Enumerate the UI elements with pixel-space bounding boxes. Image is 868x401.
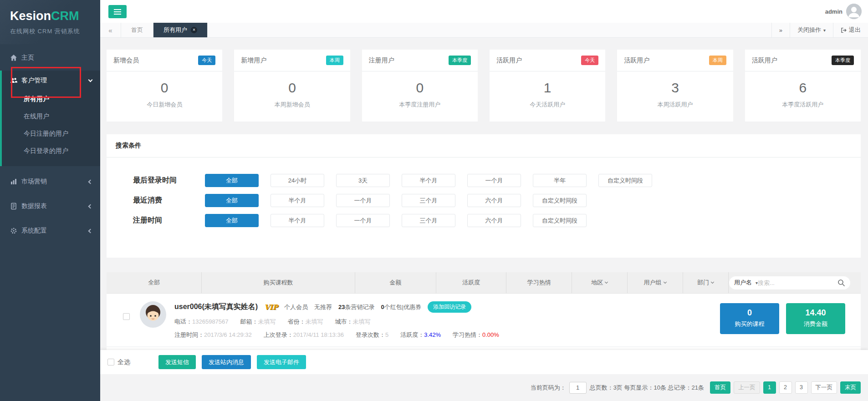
user-info: user006(未填写真实姓名) VIP 个人会员 无推荐 23条营销记录 0个… xyxy=(174,301,499,339)
first-page-button[interactable]: 首页 xyxy=(710,381,730,394)
filter-option-button[interactable]: 全部 xyxy=(205,174,259,187)
user-avatar[interactable] xyxy=(846,4,862,19)
purchased-courses-button[interactable]: 0购买的课程 xyxy=(720,303,779,334)
select-all-label: 全选 xyxy=(117,358,130,366)
stat-card-registered-quarter: 注册用户本季度 0本季度注册用户 xyxy=(362,50,478,122)
marketing-records-link[interactable]: 23条营销记录 xyxy=(338,303,374,311)
column-header-department[interactable]: 部门 xyxy=(683,272,729,293)
filter-option-button[interactable]: 半个月 xyxy=(271,214,324,227)
filter-option-button[interactable]: 六个月 xyxy=(467,194,521,207)
sidebar: KesionCRM 在线网校 CRM 营销系统 主页 客户管理 所有用户 在线用… xyxy=(0,0,100,401)
tabs-scroll-right-button[interactable]: » xyxy=(771,23,790,37)
sidebar-item-home[interactable]: 主页 xyxy=(0,49,100,67)
current-page-label: 当前页码为： xyxy=(531,384,566,392)
stat-value: 1 xyxy=(490,80,605,96)
search-input[interactable] xyxy=(758,279,837,286)
sidebar-section-customer: 客户管理 所有用户 在线用户 今日注册的用户 今日登录的用户 xyxy=(0,71,100,166)
page-number-input[interactable] xyxy=(569,382,587,394)
tab-all-users[interactable]: 所有用户 × xyxy=(153,23,208,37)
send-email-button[interactable]: 发送电子邮件 xyxy=(257,355,306,369)
filter-option-button[interactable]: 六个月 xyxy=(467,214,521,227)
phone-value: 13265987567 xyxy=(192,318,229,325)
filter-option-button[interactable]: 三个月 xyxy=(402,214,455,227)
next-page-button[interactable]: 下一页 xyxy=(811,381,837,394)
filter-option-button[interactable]: 半年 xyxy=(533,174,587,187)
stat-value: 3 xyxy=(617,80,733,96)
prev-page-button[interactable]: 上一页 xyxy=(734,381,760,394)
page-button-1[interactable]: 1 xyxy=(763,381,776,394)
sidebar-item-today-logged-in[interactable]: 今日登录的用户 xyxy=(2,142,100,160)
username-label: admin xyxy=(825,8,842,15)
search-icon[interactable] xyxy=(837,279,845,287)
tabs-scroll-left-button[interactable]: « xyxy=(100,23,121,37)
column-header-courses[interactable]: 购买课程数 xyxy=(202,272,355,293)
column-header-usergroup[interactable]: 用户组 xyxy=(628,272,683,293)
stat-value: 6 xyxy=(745,80,861,96)
filter-option-button[interactable]: 一个月 xyxy=(336,214,390,227)
last-page-button[interactable]: 末页 xyxy=(840,381,861,394)
chevron-left-icon xyxy=(88,179,93,184)
filter-option-button[interactable]: 一个月 xyxy=(336,194,390,207)
filter-option-button[interactable]: 自定义时间段 xyxy=(533,194,587,207)
table-search-box[interactable]: 用户名 ▾ xyxy=(729,276,851,290)
filter-option-button[interactable]: 半个月 xyxy=(402,174,455,187)
select-all-checkbox[interactable] xyxy=(107,359,114,365)
tab-bar: « 首页 所有用户 × » 关闭操作▾ 退出 xyxy=(100,23,868,38)
send-sms-button[interactable]: 发送短信 xyxy=(158,355,196,369)
search-conditions-panel: 搜索条件 最后登录时间 全部 24小时 3天 半个月 一个月 半年 自定义时间段… xyxy=(107,134,861,258)
sidebar-item-online-users[interactable]: 在线用户 xyxy=(2,108,100,125)
filter-option-button[interactable]: 3天 xyxy=(336,174,390,187)
tab-home[interactable]: 首页 xyxy=(121,23,153,37)
topbar: admin xyxy=(100,0,868,23)
chevron-down-icon xyxy=(605,280,608,284)
stat-value: 0 xyxy=(362,80,478,96)
logout-button[interactable]: 退出 xyxy=(833,23,868,37)
sidebar-item-marketing[interactable]: 市场营销 xyxy=(0,173,100,191)
sidebar-item-today-registered[interactable]: 今日注册的用户 xyxy=(2,125,100,142)
close-operations-dropdown[interactable]: 关闭操作▾ xyxy=(790,23,833,37)
passion-value: 0.00% xyxy=(482,331,499,338)
login-count-value: 5 xyxy=(385,331,388,338)
filter-option-button[interactable]: 一个月 xyxy=(467,174,521,187)
coupons-link[interactable]: 0个红包|优惠券 xyxy=(381,303,422,311)
sidebar-item-customer-mgmt[interactable]: 客户管理 xyxy=(2,71,100,91)
column-header-passion[interactable]: 学习热情 xyxy=(506,272,572,293)
send-site-message-button[interactable]: 发送站内消息 xyxy=(202,355,251,369)
sidebar-item-all-users[interactable]: 所有用户 xyxy=(2,91,100,108)
caret-down-icon: ▾ xyxy=(823,28,826,33)
row-checkbox[interactable] xyxy=(123,313,130,320)
filter-option-button[interactable]: 自定义时间段 xyxy=(533,214,587,227)
column-header-amount[interactable]: 金额 xyxy=(355,272,436,293)
home-icon xyxy=(10,54,17,61)
status-badge: 本季度 xyxy=(832,56,854,65)
brand-subtitle: 在线网校 CRM 营销系统 xyxy=(10,27,100,36)
status-badge: 本周 xyxy=(709,56,726,65)
row-action-buttons: 0购买的课程 14.40消费金额 xyxy=(720,303,845,334)
topbar-user[interactable]: admin xyxy=(825,0,862,23)
filter-option-button[interactable]: 全部 xyxy=(205,214,259,227)
register-time-value: 2017/3/6 14:29:32 xyxy=(204,331,252,338)
filter-option-button[interactable]: 三个月 xyxy=(402,194,455,207)
search-field-selector[interactable]: 用户名 xyxy=(734,279,752,287)
spend-amount-button[interactable]: 14.40消费金额 xyxy=(786,303,845,334)
column-header-all[interactable]: 全部 xyxy=(107,272,202,293)
page-button-2[interactable]: 2 xyxy=(779,381,792,394)
sidebar-item-reports[interactable]: 数据报表 xyxy=(0,197,100,215)
user-name-link[interactable]: user006(未填写真实姓名) xyxy=(174,302,258,312)
filter-option-button[interactable]: 24小时 xyxy=(271,174,324,187)
recommend-status: 无推荐 xyxy=(314,303,332,311)
sidebar-item-settings[interactable]: 系统配置 xyxy=(0,222,100,240)
filter-option-button[interactable]: 全部 xyxy=(205,194,259,207)
page-button-3[interactable]: 3 xyxy=(795,381,808,394)
city-value: 未填写 xyxy=(353,318,371,325)
filter-option-button[interactable]: 半个月 xyxy=(271,194,324,207)
table-header-row: 全部 购买课程数 金额 活跃度 学习热情 地区 用户组 部门 用户名 ▾ xyxy=(107,272,861,294)
column-header-region[interactable]: 地区 xyxy=(572,272,628,293)
filter-option-button[interactable]: 自定义时间段 xyxy=(598,174,652,187)
add-visit-record-button[interactable]: 添加回访记录 xyxy=(428,301,471,313)
stats-cards: 新增会员今天 0今日新增会员 新增用户本周 0本周新增会员 注册用户本季度 0本… xyxy=(107,50,861,122)
hamburger-menu-button[interactable] xyxy=(108,5,127,18)
column-header-activity[interactable]: 活跃度 xyxy=(436,272,506,293)
status-badge: 今天 xyxy=(198,56,215,65)
tab-close-icon[interactable]: × xyxy=(191,27,197,33)
